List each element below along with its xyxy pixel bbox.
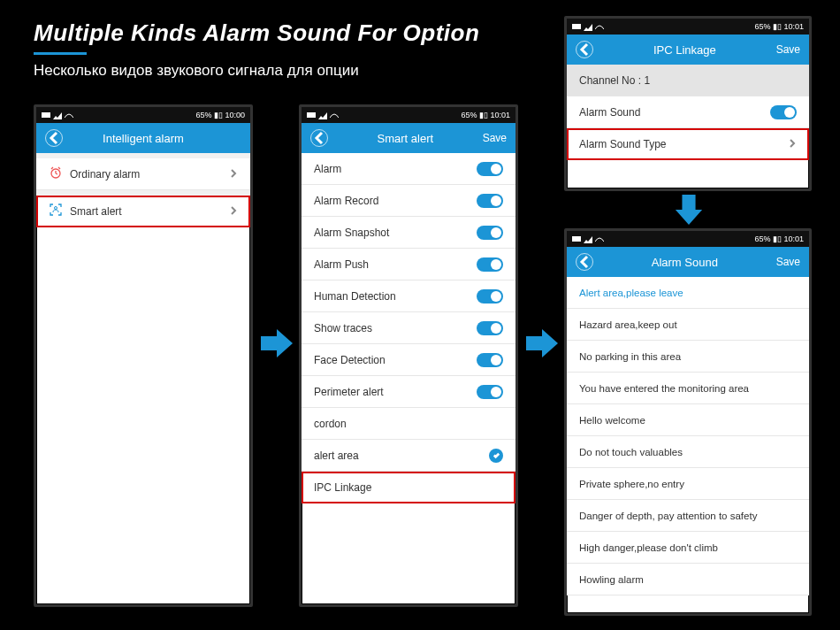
chevron-right-icon bbox=[229, 205, 238, 218]
back-button[interactable] bbox=[310, 129, 328, 147]
channel-row: Channel No : 1 bbox=[567, 65, 809, 96]
back-button[interactable] bbox=[45, 129, 63, 147]
toggle-on-icon[interactable] bbox=[477, 385, 503, 399]
save-button[interactable]: Save bbox=[483, 132, 507, 144]
nav-title: IPC Linkage bbox=[593, 43, 776, 57]
page-subtitle: Несколько видов звукового сигнала для оп… bbox=[34, 62, 479, 80]
nav-bar: IPC Linkage Save bbox=[567, 35, 809, 65]
back-button[interactable] bbox=[576, 41, 593, 58]
nav-bar: Smart alert Save bbox=[302, 123, 515, 153]
status-icons bbox=[42, 111, 73, 119]
svg-rect-4 bbox=[307, 112, 316, 118]
toggle-on-icon[interactable] bbox=[770, 105, 797, 119]
toggle-on-icon[interactable] bbox=[477, 257, 503, 272]
toggle-on-icon[interactable] bbox=[477, 353, 503, 367]
sound-option[interactable]: Hazard area,keep out bbox=[567, 309, 809, 341]
svg-rect-0 bbox=[42, 112, 50, 118]
sound-option[interactable]: Danger of depth, pay attention to safety bbox=[567, 500, 809, 532]
status-bar: 65% ▮▯ 10:00 bbox=[36, 107, 250, 123]
check-icon bbox=[489, 449, 503, 463]
phone-ipc-linkage: 65% ▮▯ 10:01 IPC Linkage Save Channel No… bbox=[564, 16, 812, 191]
toggle-row[interactable]: Perimeter alert bbox=[302, 376, 515, 408]
sound-list: Alert area,please leave Hazard area,keep… bbox=[567, 277, 809, 595]
toggle-on-icon[interactable] bbox=[477, 289, 503, 303]
svg-rect-8 bbox=[572, 236, 581, 242]
sound-option[interactable]: Do not touch valuables bbox=[567, 436, 809, 468]
svg-marker-3 bbox=[261, 329, 293, 357]
nav-bar: Intelligent alarm bbox=[36, 123, 250, 153]
phone-intelligent-alarm: 65% ▮▯ 10:00 Intelligent alarm Ordinary … bbox=[34, 104, 253, 607]
svg-marker-7 bbox=[676, 195, 702, 225]
toggle-row[interactable]: Human Detection bbox=[302, 280, 515, 312]
arrow-right-icon bbox=[526, 327, 558, 363]
toggle-on-icon[interactable] bbox=[477, 321, 503, 335]
sound-option[interactable]: No parking in this area bbox=[567, 341, 809, 373]
toggle-on-icon[interactable] bbox=[477, 162, 503, 176]
arrow-down-icon bbox=[674, 195, 704, 228]
toggle-row[interactable]: Alarm Record bbox=[302, 185, 515, 217]
toggle-on-icon[interactable] bbox=[477, 226, 503, 240]
nav-title: Smart alert bbox=[328, 132, 483, 145]
page-header: Multiple Kinds Alarm Sound For Option Не… bbox=[34, 19, 479, 80]
alarm-sound-toggle[interactable]: Alarm Sound bbox=[567, 96, 809, 128]
sound-option[interactable]: Hello welcome bbox=[567, 404, 809, 436]
ipc-linkage-row[interactable]: IPC Linkage bbox=[302, 472, 515, 503]
alarm-sound-type[interactable]: Alarm Sound Type bbox=[567, 128, 809, 160]
nav-title: Alarm Sound bbox=[593, 256, 776, 269]
clock-icon bbox=[49, 165, 63, 182]
battery-icon: ▮▯ bbox=[214, 111, 223, 119]
title-underline bbox=[34, 52, 87, 55]
toggle-row[interactable]: Alarm bbox=[302, 153, 515, 185]
sound-option-selected[interactable]: Alert area,please leave bbox=[567, 277, 809, 309]
back-button[interactable] bbox=[576, 253, 593, 271]
svg-point-2 bbox=[55, 207, 57, 210]
chevron-right-icon bbox=[788, 138, 797, 150]
sound-option[interactable]: You have entered the monitoring area bbox=[567, 373, 809, 404]
menu-list: Ordinary alarm Smart alert bbox=[36, 158, 250, 227]
save-button[interactable]: Save bbox=[776, 43, 800, 56]
sound-option[interactable]: Howling alarm bbox=[567, 564, 809, 595]
scan-icon bbox=[49, 203, 63, 219]
chevron-right-icon bbox=[229, 168, 238, 181]
phone-alarm-sound: 65% ▮▯ 10:01 Alarm Sound Save Alert area… bbox=[564, 228, 812, 616]
status-bar: 65% ▮▯ 10:01 bbox=[302, 107, 515, 123]
status-bar: 65% ▮▯ 10:01 bbox=[567, 231, 809, 247]
save-button[interactable]: Save bbox=[776, 256, 800, 268]
status-bar: 65% ▮▯ 10:01 bbox=[567, 19, 809, 35]
toggle-on-icon[interactable] bbox=[477, 194, 503, 208]
nav-bar: Alarm Sound Save bbox=[567, 247, 809, 277]
toggle-row[interactable]: Alarm Push bbox=[302, 249, 515, 280]
checked-row[interactable]: alert area bbox=[302, 440, 515, 472]
toggle-row[interactable]: Alarm Snapshot bbox=[302, 217, 515, 249]
settings-list: AlarmAlarm RecordAlarm SnapshotAlarm Pus… bbox=[302, 153, 515, 503]
page-title: Multiple Kinds Alarm Sound For Option bbox=[34, 19, 479, 47]
sound-option[interactable]: High danger,please don't climb bbox=[567, 532, 809, 564]
sound-option[interactable]: Private sphere,no entry bbox=[567, 468, 809, 500]
toggle-row[interactable]: Show traces bbox=[302, 312, 515, 344]
nav-title: Intelligent alarm bbox=[63, 132, 224, 145]
status-right: 65% ▮▯ 10:00 bbox=[195, 111, 245, 119]
arrow-right-icon bbox=[261, 327, 293, 363]
plain-row[interactable]: cordon bbox=[302, 408, 515, 440]
phone-smart-alert: 65% ▮▯ 10:01 Smart alert Save AlarmAlarm… bbox=[299, 104, 518, 607]
svg-rect-6 bbox=[572, 24, 581, 29]
menu-item-ordinary-alarm[interactable]: Ordinary alarm bbox=[36, 158, 250, 190]
toggle-row[interactable]: Face Detection bbox=[302, 344, 515, 376]
menu-item-smart-alert[interactable]: Smart alert bbox=[36, 196, 250, 227]
svg-marker-5 bbox=[526, 329, 558, 357]
